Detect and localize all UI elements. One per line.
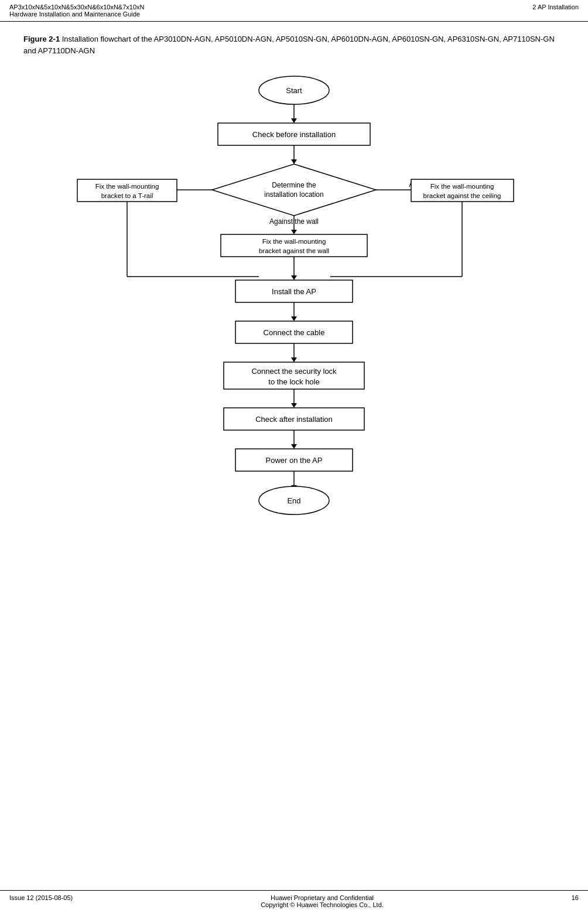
svg-marker-20 — [291, 230, 297, 234]
figure-caption: Figure 2-1 Installation flowchart of the… — [23, 33, 565, 56]
header-right: 2 AP Installation — [532, 4, 579, 18]
svg-marker-38 — [291, 316, 297, 321]
svg-text:Fix the wall-mounting: Fix the wall-mounting — [430, 183, 494, 190]
svg-text:installation location: installation location — [264, 190, 323, 199]
flowchart-diagram: Start Check before installation Determin… — [66, 67, 522, 594]
svg-marker-3 — [291, 118, 297, 123]
footer-center: Huawei Proprietary and Confidential Copy… — [73, 894, 572, 908]
svg-text:Start: Start — [286, 86, 302, 95]
svg-text:bracket against the ceiling: bracket against the ceiling — [423, 192, 501, 199]
svg-text:Power on the AP: Power on the AP — [266, 456, 323, 465]
svg-text:bracket against the wall: bracket against the wall — [259, 247, 329, 254]
svg-marker-47 — [291, 403, 297, 408]
svg-text:Determine the: Determine the — [272, 181, 316, 189]
svg-marker-51 — [291, 444, 297, 449]
svg-text:Install the AP: Install the AP — [272, 287, 316, 296]
svg-marker-32 — [291, 275, 297, 280]
svg-text:Fix the wall-mounting: Fix the wall-mounting — [95, 183, 159, 190]
header-left: AP3x10xN&5x10xN&5x30xN&6x10xN&7x10xN Har… — [9, 4, 145, 18]
footer-left: Issue 12 (2015-08-05) — [9, 894, 73, 908]
svg-text:Connect the cable: Connect the cable — [264, 328, 325, 337]
footer-right: 16 — [572, 894, 579, 908]
svg-text:to the lock hole: to the lock hole — [268, 377, 319, 386]
page-footer: Issue 12 (2015-08-05) Huawei Proprietary… — [0, 890, 588, 908]
svg-text:End: End — [287, 496, 300, 505]
svg-marker-8 — [212, 164, 376, 216]
svg-marker-42 — [291, 357, 297, 362]
svg-text:Fix the wall-mounting: Fix the wall-mounting — [262, 238, 326, 245]
svg-text:bracket to a T-rail: bracket to a T-rail — [101, 192, 153, 199]
svg-text:Check before installation: Check before installation — [252, 130, 336, 139]
svg-text:Connect the security lock: Connect the security lock — [251, 367, 337, 376]
svg-marker-7 — [291, 159, 297, 164]
page-header: AP3x10xN&5x10xN&5x30xN&6x10xN&7x10xN Har… — [0, 0, 588, 22]
main-content: Figure 2-1 Installation flowchart of the… — [0, 22, 588, 606]
svg-text:Check after installation: Check after installation — [255, 415, 333, 424]
